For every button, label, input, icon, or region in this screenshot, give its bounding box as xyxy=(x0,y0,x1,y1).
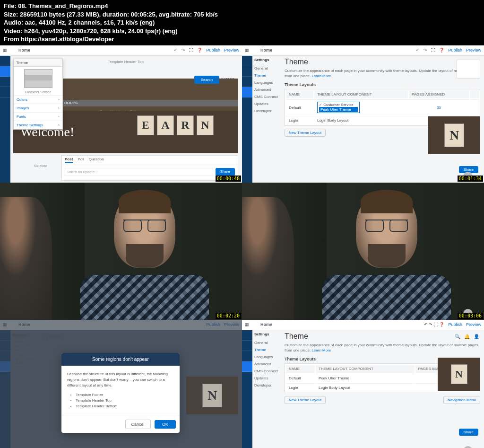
file-label: File: xyxy=(4,2,17,9)
rail-settings-icon[interactable] xyxy=(0,87,10,97)
metadata-header: File: 08. Themes_and_Regions.mp4 Size: 2… xyxy=(0,0,484,45)
modal-title: Some regions don't appear xyxy=(61,353,180,366)
nav-developer[interactable]: Developer xyxy=(254,107,282,114)
help-icon[interactable]: ❓ xyxy=(439,48,444,53)
preview-button[interactable]: Preview xyxy=(224,48,239,53)
interviewer xyxy=(0,197,52,320)
rail-pages-icon[interactable] xyxy=(0,56,10,66)
builder-rail xyxy=(0,56,10,183)
undo-icon[interactable]: ↶ xyxy=(416,48,420,53)
thumbnail-4: ▶ 00:03:06 xyxy=(242,183,484,320)
thumbnail-2: ▦Home ↶↷⛶❓ Publish Preview Settings Gene… xyxy=(242,45,484,183)
rail-theme-icon[interactable] xyxy=(0,66,10,77)
share-input[interactable]: Share an update... xyxy=(65,168,213,176)
dropdown-option[interactable]: Peak Uber Theme xyxy=(319,107,358,112)
new-theme-layout-button[interactable]: New Theme Layout xyxy=(285,129,326,137)
theme-layouts-label: Theme Layouts xyxy=(285,82,480,87)
nav-groups[interactable]: ROUPS xyxy=(61,100,238,106)
file-value: 08. Themes_and_Regions.mp4 xyxy=(17,2,108,9)
modal-item: Template Header Bottom xyxy=(76,404,174,409)
share-button[interactable]: Share xyxy=(216,168,235,176)
tile-n: N xyxy=(197,115,214,135)
video-value: h264, yuv420p, 1280x720, 628 kb/s, 24.00… xyxy=(23,27,178,35)
avatar-icon[interactable]: 👤 xyxy=(474,334,479,339)
tab-post[interactable]: Post xyxy=(65,157,73,163)
builder-toolbar: ▦Home ↶ ↷ ⛶ ❓ Publish Preview xyxy=(0,45,242,56)
audio-value: aac, 44100 Hz, 2 channels, s16, 71 kb/s … xyxy=(23,19,155,26)
thumbnail-6: ▦Home ↶ ↷ ⛶ ❓ PublishPreview Settings Ge… xyxy=(242,320,484,448)
settings-nav: Settings General Theme Languages Advance… xyxy=(254,58,282,114)
expand-icon[interactable]: ⛶ xyxy=(431,48,435,53)
theme-preview[interactable] xyxy=(24,69,52,88)
nav-advanced[interactable]: Advanced xyxy=(254,86,282,93)
user-menu[interactable]: PAUL MCCO... xyxy=(215,78,237,81)
presenter xyxy=(303,192,470,320)
theme-settings[interactable]: Theme Settings› xyxy=(14,121,62,129)
undo-icon[interactable]: ↶ xyxy=(174,48,178,53)
tile-n: N xyxy=(444,123,464,147)
bell-icon[interactable]: 🔔 xyxy=(464,334,470,339)
presenter xyxy=(61,192,228,320)
layout-component-select[interactable]: ✓ Customer ServicePeak Uber Theme xyxy=(317,102,360,113)
help-icon[interactable]: ❓ xyxy=(197,48,202,53)
preview-card xyxy=(457,60,480,79)
cancel-button[interactable]: Cancel xyxy=(125,420,151,429)
home-crumb[interactable]: Home xyxy=(18,48,30,53)
redo-icon[interactable]: ↷ xyxy=(424,48,427,53)
page-title: Theme xyxy=(285,58,480,66)
timestamp: 00:03:06 xyxy=(458,313,483,319)
interviewer xyxy=(242,197,294,320)
modal-item: Template Header Top xyxy=(76,398,174,404)
new-theme-layout-button[interactable]: New Theme Layout xyxy=(285,396,326,404)
redo-icon[interactable]: ↷ xyxy=(182,48,185,53)
theme-images[interactable]: Images› xyxy=(14,104,62,112)
search-icon[interactable]: 🔍 xyxy=(455,334,460,339)
nav-cms[interactable]: CMS Connect xyxy=(254,93,282,100)
modal-body: Because the structure of this layout is … xyxy=(67,371,174,388)
theme-flyout: Theme Customer Service Colors› Images› F… xyxy=(13,59,63,130)
theme-flyout-title: Theme xyxy=(14,59,62,67)
feed-composer: Post Poll Question Share an update... Sh… xyxy=(61,155,238,181)
play-icon: ▶ xyxy=(463,446,473,448)
publish-button[interactable]: Publish xyxy=(206,48,220,53)
video-label: Video: xyxy=(4,27,23,35)
thumbnail-3: 00:02:20 xyxy=(0,183,242,320)
theme-fonts[interactable]: Fonts› xyxy=(14,112,62,121)
thumbnail-1: ▦Home ↶ ↷ ⛶ ❓ Publish Preview Template H… xyxy=(0,45,242,183)
builder-toolbar: ▦Home ↶↷⛶❓ Publish Preview xyxy=(242,45,484,56)
timestamp: 00:02:20 xyxy=(216,313,241,319)
tab-question[interactable]: Question xyxy=(89,157,104,163)
thumbnail-5: ▦Home PublishPreview Settings GeneralThe… xyxy=(0,320,242,448)
modal-item: Template Footer xyxy=(76,392,174,398)
expand-icon[interactable]: ⛶ xyxy=(189,48,193,53)
size-value: 28659110 bytes (27.33 MiB), duration: 00… xyxy=(18,11,218,18)
audio-label: Audio: xyxy=(4,19,23,26)
nav-languages[interactable]: Languages xyxy=(254,79,282,86)
timestamp: 00:01:34 xyxy=(458,176,483,182)
tile-a: A xyxy=(157,115,174,135)
rail-structure-icon[interactable] xyxy=(0,77,10,87)
theme-badge: Customer Service xyxy=(14,90,62,95)
navigation-menu-button[interactable]: Navigation Menu xyxy=(443,396,480,404)
region-sidebar: Sidebar xyxy=(34,164,47,168)
header-icons: 🔍 🔔 👤 xyxy=(455,334,479,339)
tile-r: R xyxy=(177,115,194,135)
ok-button[interactable]: OK xyxy=(155,420,176,429)
from-label: From https://sanet.st/blogs/Developer xyxy=(4,35,114,43)
theme-colors[interactable]: Colors› xyxy=(14,95,62,104)
tab-poll[interactable]: Poll xyxy=(78,157,84,163)
tile-e: E xyxy=(137,115,154,135)
nav-updates[interactable]: Updates xyxy=(254,100,282,107)
size-label: Size: xyxy=(4,11,18,18)
nav-general[interactable]: General xyxy=(254,65,282,72)
nav-theme[interactable]: Theme xyxy=(254,72,282,79)
regions-modal: Some regions don't appear Because the st… xyxy=(61,353,180,433)
settings-title: Settings xyxy=(254,58,282,62)
timestamp: 00:00:48 xyxy=(216,176,241,182)
learn-more-link[interactable]: Learn More xyxy=(311,74,331,78)
